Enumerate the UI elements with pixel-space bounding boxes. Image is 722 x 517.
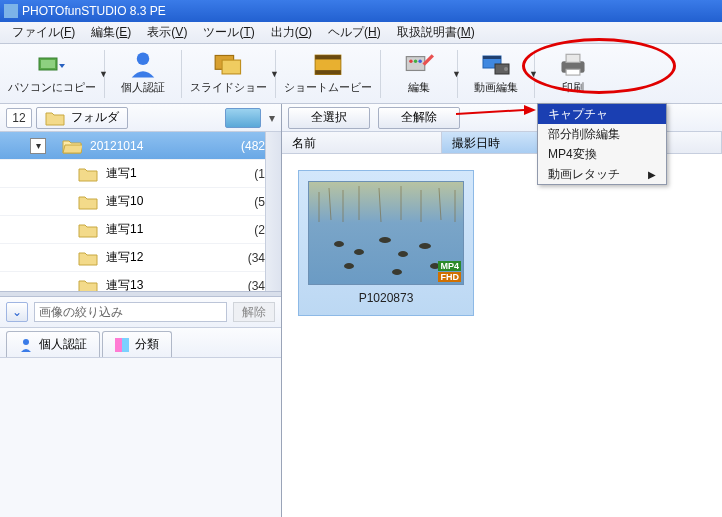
printer-icon [558,52,588,78]
submenu-arrow-icon: ▶ [648,169,656,180]
menu-file[interactable]: ファイル(F) [4,22,83,43]
svg-line-25 [379,188,381,222]
svg-rect-6 [315,55,341,59]
film-icon [313,52,343,78]
svg-rect-7 [315,70,341,74]
folder-tree[interactable]: ▾ 20121014 (482) 連写1(1)連写10(5)連写11(2)連写1… [0,132,281,291]
thumbnail-image: MP4 FHD [308,181,464,285]
tab-person[interactable]: 個人認証 [6,331,100,357]
svg-point-15 [504,67,508,71]
tree-item[interactable]: 連写13(34) [0,272,281,291]
tree-item[interactable]: 連写1(1) [0,160,281,188]
svg-point-36 [392,269,402,275]
menu-output[interactable]: 出力(O) [263,22,320,43]
thumbnail-item[interactable]: MP4 FHD P1020873 [298,170,474,316]
menu-tool[interactable]: ツール(T) [195,22,262,43]
folder-icon [78,222,98,238]
tag-icon [115,338,129,352]
slideshow-icon [214,52,244,78]
tab-category[interactable]: 分類 [102,331,172,357]
thumbnail-area[interactable]: MP4 FHD P1020873 [282,154,722,517]
video-edit-icon [481,52,511,78]
tool-print[interactable]: 印刷 [537,50,609,97]
dd-partial-delete[interactable]: 部分削除編集 [538,124,666,144]
tool-copy-to-pc[interactable]: パソコンにコピー ▼ [2,50,102,97]
left-panel: 12 フォルダ ▾ ▾ 20121014 (482) 連写1(1)連写10(5)… [0,104,282,517]
svg-point-30 [334,241,344,247]
svg-point-10 [414,60,417,63]
svg-rect-17 [566,55,580,63]
app-title: PHOTOfunSTUDIO 8.3 PE [22,4,166,18]
svg-line-28 [439,188,441,220]
collapse-icon[interactable]: ▾ [30,138,46,154]
app-icon [4,4,18,18]
filter-expand[interactable]: ⌄ [6,302,28,322]
folder-icon [78,166,98,182]
title-bar: PHOTOfunSTUDIO 8.3 PE [0,0,722,22]
folder-open-icon [62,138,82,154]
tree-scrollbar[interactable] [265,132,281,291]
svg-point-32 [379,237,391,243]
tab-content [0,357,281,517]
menu-help[interactable]: ヘルプ(H) [320,22,389,43]
folder-icon [78,250,98,266]
tool-slideshow[interactable]: スライドショー ▼ [184,50,273,97]
tree-item[interactable]: 連写10(5) [0,188,281,216]
menu-bar: ファイル(F) 編集(E) 表示(V) ツール(T) 出力(O) ヘルプ(H) … [0,22,722,44]
deselect-all-button[interactable]: 全解除 [378,107,460,129]
thumbnail-toggle[interactable] [225,108,261,128]
toolbar: パソコンにコピー ▼ 個人認証 スライドショー ▼ ショートムービー 編集 ▼ … [0,44,722,104]
person-icon [128,52,158,78]
svg-rect-1 [41,60,55,68]
svg-point-31 [354,249,364,255]
tool-edit[interactable]: 編集 ▼ [383,50,455,97]
svg-rect-8 [406,57,424,71]
svg-rect-18 [566,70,580,76]
svg-point-9 [409,60,412,63]
filter-clear[interactable]: 解除 [233,302,275,322]
menu-manual[interactable]: 取扱説明書(M) [389,22,483,43]
svg-rect-13 [483,56,501,59]
video-edit-dropdown: キャプチャ 部分削除編集 MP4変換 動画レタッチ▶ [537,103,667,185]
palette-icon [404,52,434,78]
svg-rect-4 [222,60,240,74]
dd-capture[interactable]: キャプチャ [538,104,666,124]
calendar-button[interactable]: 12 [6,108,32,128]
tree-root[interactable]: ▾ 20121014 (482) [0,132,281,160]
svg-point-34 [419,243,431,249]
folder-button[interactable]: フォルダ [36,107,128,129]
select-all-button[interactable]: 全選択 [288,107,370,129]
thumbnail-name: P1020873 [359,291,414,305]
chevron-down-icon[interactable]: ▾ [269,111,275,125]
person-icon [19,338,33,352]
folder-icon [78,194,98,210]
folder-icon [45,110,65,126]
tool-person-auth[interactable]: 個人認証 [107,50,179,97]
thumbnail-badges: MP4 FHD [438,261,461,282]
svg-line-22 [329,188,331,220]
folder-icon [78,278,98,292]
tree-item[interactable]: 連写12(34) [0,244,281,272]
menu-edit[interactable]: 編集(E) [83,22,139,43]
tool-video-edit[interactable]: 動画編集 ▼ [460,50,532,97]
dd-mp4-convert[interactable]: MP4変換 [538,144,666,164]
svg-point-20 [23,339,29,345]
svg-point-2 [137,53,150,66]
col-name[interactable]: 名前 [282,132,442,153]
tool-short-movie[interactable]: ショートムービー [278,50,378,97]
menu-view[interactable]: 表示(V) [139,22,195,43]
tree-item[interactable]: 連写11(2) [0,216,281,244]
copy-icon [37,52,67,78]
svg-point-33 [398,251,408,257]
dd-video-retouch[interactable]: 動画レタッチ▶ [538,164,666,184]
svg-point-35 [344,263,354,269]
svg-point-11 [418,60,421,63]
filter-input[interactable] [34,302,227,322]
